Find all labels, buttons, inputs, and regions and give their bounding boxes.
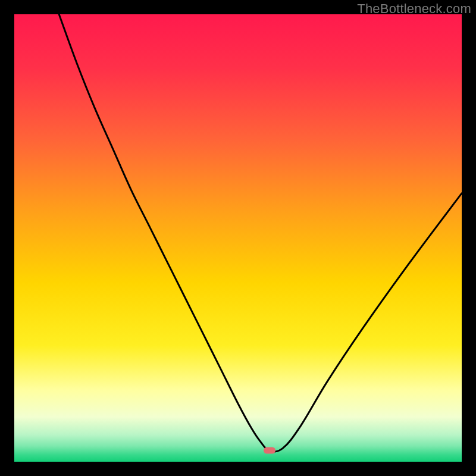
watermark-text: TheBottleneck.com bbox=[357, 1, 471, 17]
plot-area bbox=[14, 14, 462, 462]
bottleneck-curve bbox=[14, 14, 462, 462]
chart-frame: TheBottleneck.com bbox=[0, 0, 476, 476]
minimum-marker bbox=[264, 447, 275, 454]
